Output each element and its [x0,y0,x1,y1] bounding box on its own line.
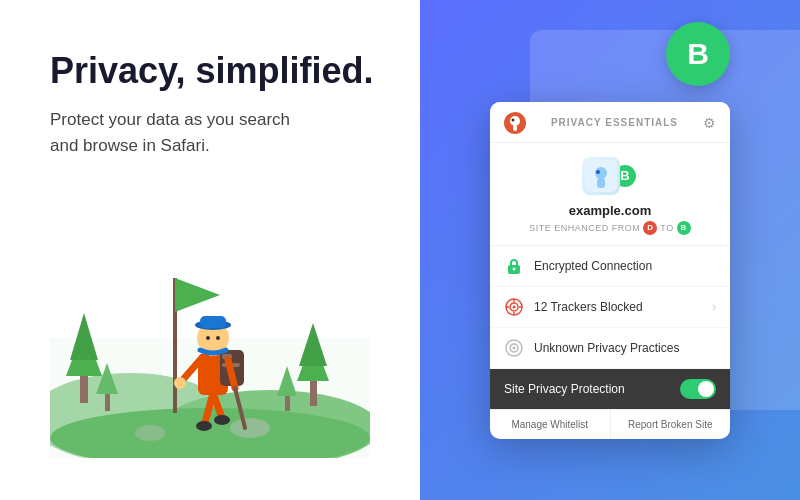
left-panel: Privacy, simplified. Protect your data a… [0,0,420,500]
svg-rect-4 [80,373,88,403]
popup-card: PRIVACY ESSENTIALS ⚙ B exampl [490,102,730,439]
privacy-toggle[interactable] [680,379,716,399]
svg-marker-6 [70,313,98,360]
site-domain: example.com [504,203,716,218]
grade-from-pill: D [643,221,657,235]
subtitle: Protect your data as you search and brow… [50,107,380,158]
svg-rect-39 [513,125,517,131]
unknown-privacy-icon [504,338,524,358]
list-item: Encrypted Connection [490,246,730,287]
svg-point-38 [512,118,515,121]
lock-icon [504,256,524,276]
svg-rect-7 [310,378,317,406]
svg-point-28 [174,377,186,389]
list-item[interactable]: 12 Trackers Blocked › [490,287,730,328]
site-enhanced: SITE ENHANCED FROM D TO B [504,221,716,235]
svg-point-42 [596,170,600,174]
popup-items: Encrypted Connection 12 Trackers Blocke [490,246,730,369]
ddg-logo-icon [504,112,526,134]
svg-point-34 [216,336,220,340]
svg-rect-43 [597,178,605,188]
encrypted-connection-text: Encrypted Connection [534,259,716,273]
grade-badge-large: B [666,22,730,86]
popup-title: PRIVACY ESSENTIALS [551,117,678,128]
tracker-icon [504,297,524,317]
svg-point-20 [196,421,212,431]
site-grade-container: B [504,157,716,195]
svg-point-15 [135,425,165,441]
unknown-privacy-text: Unknown Privacy Practices [534,341,716,355]
privacy-protection-row: Site Privacy Protection [490,369,730,409]
svg-point-48 [513,305,516,308]
trackers-blocked-text: 12 Trackers Blocked [534,300,702,314]
toggle-knob [698,381,714,397]
svg-point-14 [230,418,270,438]
report-broken-site-link[interactable]: Report Broken Site [611,410,731,439]
popup-header: PRIVACY ESSENTIALS ⚙ [490,102,730,143]
privacy-protection-label: Site Privacy Protection [504,382,670,396]
main-title: Privacy, simplified. [50,50,380,91]
list-item: Unknown Privacy Practices [490,328,730,369]
hiker-illustration [50,198,370,458]
gear-icon[interactable]: ⚙ [703,115,716,131]
svg-rect-32 [200,316,226,328]
manage-whitelist-link[interactable]: Manage Whitelist [490,410,610,439]
right-panel: B PRIVACY ESSENTIALS ⚙ [420,0,800,500]
popup-footer: Manage Whitelist Report Broken Site [490,409,730,439]
svg-point-21 [214,415,230,425]
svg-point-37 [510,116,520,126]
svg-point-55 [513,346,516,349]
grade-to-pill: B [677,221,691,235]
svg-point-33 [206,336,210,340]
chevron-right-icon: › [712,300,716,314]
site-icon [582,157,620,195]
svg-marker-17 [175,278,220,312]
site-info: B example.com SITE ENHANCED FROM D TO B [490,143,730,246]
svg-point-45 [513,267,516,270]
